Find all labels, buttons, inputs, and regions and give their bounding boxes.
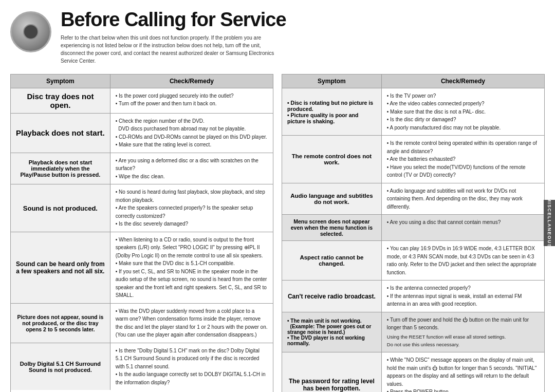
remedy-cell: Is there "Dolby Digital 5.1 CH" mark on … [110,343,273,390]
table-row: Playback does not start immediately when… [11,153,273,184]
sidebar-miscellaneous: MISCELLANEOUS [544,200,555,246]
remedy-cell: Is the antenna connected properly? If th… [382,281,544,312]
header-description: Refer to the chart below when this unit … [61,34,282,65]
symptom-text: Menu screen does not appear even when th… [287,218,376,237]
header: Before Calling for Service Refer to the … [0,0,555,70]
symptom-cell: • Disc is rotating but no picture is pro… [282,88,382,136]
table-row: Audio language and subtitles do not work… [282,183,544,215]
left-symptom-header: Symptom [11,74,110,88]
table-row: Menu screen does not appear even when th… [282,214,544,240]
symptom-text: Sound is not produced. [23,204,98,212]
logo-inner-circle [23,24,39,40]
right-table-header: Symptom Check/Remedy [282,74,544,88]
content-area: Symptom Check/Remedy Disc tray does not … [0,70,555,392]
symptom-cell: The password for rating level has been f… [282,352,382,392]
symptom-text: Audio language and subtitles do not work… [287,193,376,205]
right-symptom-header: Symptom [282,74,382,88]
logo-icon [10,11,51,52]
left-table-header: Symptom Check/Remedy [11,74,273,88]
left-remedy-header: Check/Remedy [110,74,273,88]
symptom-cell: Playback does not start. [11,114,110,153]
symptom-cell: Aspect ratio cannot be changed. [282,241,382,280]
symptom-text: The remote control does not work. [287,153,376,165]
remedy-cell: Are you using a disc that cannot contain… [382,215,544,240]
symptom-text: Dolby Digital 5.1 CH Surround Sound is n… [16,361,105,373]
symptom-cell: Sound is not produced. [11,184,110,232]
remedy-cell: Check the region number of the DVD. DVD … [110,114,273,153]
sidebar-label: MISCELLANEOUS [547,198,552,248]
symptom-cell: Can't receive radio broadcast. [282,281,382,312]
remedy-cell: Audio language and subtitles will not wo… [382,183,544,215]
right-table: Symptom Check/Remedy • Disc is rotating … [282,74,545,392]
symptom-cell: Audio language and subtitles do not work… [282,183,382,215]
remedy-cell: When listening to a CD or radio, sound i… [110,232,273,303]
table-row: Sound is not produced. No sound is heard… [11,184,273,232]
header-text-area: Before Calling for Service Refer to the … [61,9,540,65]
symptom-cell: The remote control does not work. [282,136,382,183]
remedy-cell: Is the TV power on? Are the video cables… [382,88,544,136]
remedy-cell: While "NO DISC" message appears on the d… [382,352,544,392]
table-row: Can't receive radio broadcast. Is the an… [282,280,544,312]
remedy-cell: Was the DVD player suddenly moved from a… [110,304,273,343]
remedy-cell: Are you using a deformed disc or a disc … [110,153,273,184]
page-title: Before Calling for Service [61,9,540,31]
table-row: Playback does not start. Check the regio… [11,113,273,153]
symptom-text: Picture does not appear, sound is not pr… [16,314,105,332]
remedy-cell: Is the remote control being operated wit… [382,136,544,183]
page: Before Calling for Service Refer to the … [0,0,555,392]
symptom-text: Can't receive radio broadcast. [288,293,376,300]
remedy-cell: Turn off the power and hold the ⏻ button… [382,312,544,352]
left-table: Symptom Check/Remedy Disc tray does not … [10,74,273,392]
symptom-cell: Sound can be heard only from a few speak… [11,232,110,303]
symptom-text: Playback does not start. [16,128,105,137]
symptom-text: • The main unit is not working. (Example… [287,318,376,346]
table-row: Sound can be heard only from a few speak… [11,232,273,303]
symptom-cell: Dolby Digital 5.1 CH Surround Sound is n… [11,343,110,390]
symptom-text: Playback does not start immediately when… [16,159,105,178]
symptom-text: Sound can be heard only from a few speak… [16,260,105,275]
symptom-text: • Disc is rotating but no picture is pro… [287,100,376,124]
symptom-text: Aspect ratio cannot be changed. [287,254,376,267]
table-row: The remote control does not work. Is the… [282,135,544,183]
symptom-text: Disc tray does not open. [16,92,105,109]
remedy-cell: You can play 16:9 DVDs in 16:9 WIDE mode… [382,241,544,280]
table-row: • Disc is rotating but no picture is pro… [282,88,544,136]
symptom-cell: Playback does not start immediately when… [11,153,110,184]
table-row: Disc tray does not open. Is the power co… [11,88,273,113]
table-row: The password for rating level has been f… [282,352,544,392]
symptom-cell: • The main unit is not working. (Example… [282,312,382,352]
table-row: Aspect ratio cannot be changed. You can … [282,240,544,280]
right-remedy-header: Check/Remedy [382,74,544,88]
table-row: Dolby Digital 5.1 CH Surround Sound is n… [11,343,273,390]
table-row: • The main unit is not working. (Example… [282,312,544,352]
symptom-cell: Picture does not appear, sound is not pr… [11,304,110,343]
remedy-cell: No sound is heard during fast playback, … [110,184,273,232]
symptom-cell: Menu screen does not appear even when th… [282,215,382,240]
table-row: Picture does not appear, sound is not pr… [11,303,273,343]
symptom-cell: Disc tray does not open. [11,88,110,113]
remedy-cell: Is the power cord plugged securely into … [110,88,273,113]
symptom-text: The password for rating level has been f… [287,378,376,392]
